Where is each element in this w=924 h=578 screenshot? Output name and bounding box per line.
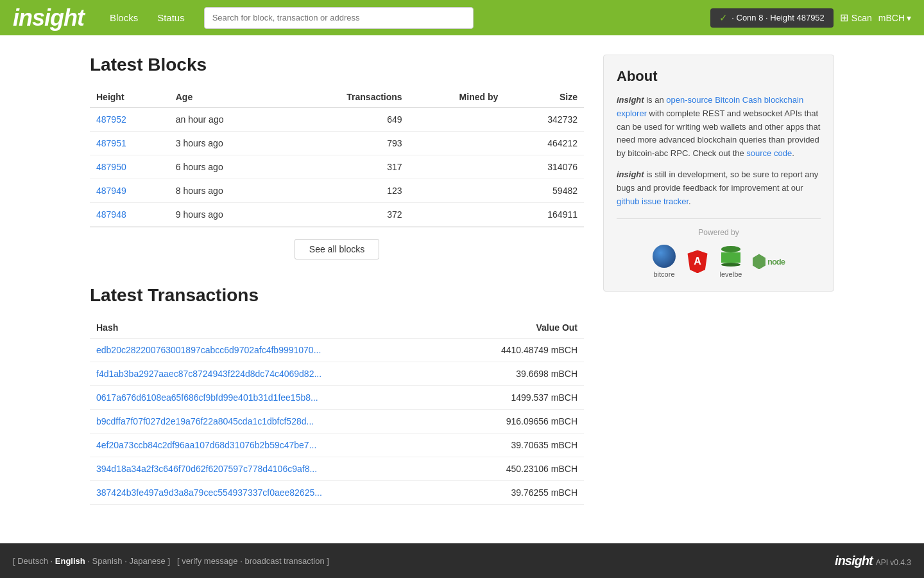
tx-hash-cell: edb20c282200763001897cabcc6d9702afc4fb99… [90, 338, 449, 362]
about-paragraph-2: insight is still in development, so be s… [617, 168, 821, 208]
tx-value-cell: 4410.48749 mBCH [449, 338, 584, 362]
block-transactions-cell: 317 [282, 155, 408, 179]
table-row: b9cdffa7f07f027d2e19a76f22a8045cda1c1dbf… [90, 410, 584, 434]
brand-logo: insight [13, 4, 84, 31]
tx-hash-link[interactable]: 0617a676d6108ea65f686cf9bfd99e401b31d1fe… [96, 392, 318, 403]
chevron-down-icon: ▾ [907, 13, 911, 23]
table-row: edb20c282200763001897cabcc6d9702afc4fb99… [90, 338, 584, 362]
qr-icon: ⊞ [840, 12, 848, 24]
nav-status[interactable]: Status [157, 12, 185, 23]
table-row: f4d1ab3ba2927aaec87c8724943f224d8dc74c40… [90, 362, 584, 386]
table-row: 487949 8 hours ago 123 59482 [90, 179, 584, 203]
block-size-cell: 314076 [504, 155, 584, 179]
scan-label: Scan [851, 13, 872, 23]
about-box: About insight is an open-source Bitcoin … [603, 55, 834, 292]
leveldb-label: levelbe [720, 270, 742, 278]
bitcore-icon [653, 245, 676, 268]
block-height-cell: 487949 [90, 179, 169, 203]
tx-hash-cell: 394d18a34a2f3c646f70d62f6207597c778d4106… [90, 457, 449, 481]
lang-japanese[interactable]: Japanese [129, 556, 165, 566]
block-height-cell: 487948 [90, 203, 169, 227]
lang-deutsch[interactable]: Deutsch [17, 556, 48, 566]
block-height-link[interactable]: 487951 [96, 138, 126, 148]
about-brand-1: insight [617, 95, 644, 105]
table-row: 487950 6 hours ago 317 314076 [90, 155, 584, 179]
logo-bitcore: bitcore [653, 245, 676, 278]
tx-hash-link[interactable]: 387424b3fe497a9d3a8a79cec554937337cf0aee… [96, 487, 322, 498]
footer-left: [ Deutsch · English · Spanish · Japanese… [13, 556, 329, 566]
tx-hash-cell: f4d1ab3ba2927aaec87c8724943f224d8dc74c40… [90, 362, 449, 386]
col-mined-by: Mined by [409, 87, 505, 108]
table-row: 487951 3 hours ago 793 464212 [90, 132, 584, 155]
broadcast-tx-link[interactable]: broadcast transaction [244, 556, 324, 566]
footer-bracket-close-2: ] [327, 556, 329, 566]
tx-hash-cell: 0617a676d6108ea65f686cf9bfd99e401b31d1fe… [90, 386, 449, 410]
block-age-cell: 3 hours ago [169, 132, 282, 155]
source-code-link[interactable]: source code [746, 148, 792, 158]
tx-value-cell: 1499.537 mBCH [449, 386, 584, 410]
block-size-cell: 59482 [504, 179, 584, 203]
tx-value-cell: 916.09656 mBCH [449, 410, 584, 434]
logo-nodejs: node [753, 252, 785, 270]
block-height-link[interactable]: 487948 [96, 209, 126, 220]
nav-blocks[interactable]: Blocks [110, 12, 138, 23]
search-input[interactable] [204, 7, 474, 29]
angular-icon: A [686, 250, 709, 273]
table-row: 487948 9 hours ago 372 164911 [90, 203, 584, 227]
table-row: 394d18a34a2f3c646f70d62f6207597c778d4106… [90, 457, 584, 481]
conn-badge: ✓ · Conn 8 · Height 487952 [710, 8, 834, 28]
tx-hash-link[interactable]: 4ef20a73ccb84c2df96aa107d68d31076b2b59c4… [96, 440, 316, 450]
lang-english[interactable]: English [55, 556, 85, 566]
block-height-link[interactable]: 487952 [96, 114, 126, 125]
block-age-cell: 6 hours ago [169, 155, 282, 179]
block-height-link[interactable]: 487949 [96, 186, 126, 196]
currency-dropdown[interactable]: mBCH ▾ [878, 13, 911, 23]
block-mined-by-cell [409, 203, 505, 227]
tx-value-cell: 39.6698 mBCH [449, 362, 584, 386]
blockchain-explorer-link[interactable]: open-source Bitcoin Cash blockchain expl… [617, 95, 803, 118]
tx-hash-link[interactable]: 394d18a34a2f3c646f70d62f6207597c778d4106… [96, 464, 317, 474]
block-height-cell: 487951 [90, 132, 169, 155]
footer-right: insight API v0.4.3 [835, 554, 911, 568]
block-height-link[interactable]: 487950 [96, 162, 126, 172]
powered-by-label: Powered by [617, 228, 821, 237]
powered-by-section: Powered by bitcore A [617, 218, 821, 278]
block-transactions-cell: 123 [282, 179, 408, 203]
blocks-table: Height Age Transactions Mined by Size 48… [90, 87, 584, 227]
table-row: 4ef20a73ccb84c2df96aa107d68d31076b2b59c4… [90, 434, 584, 457]
about-title: About [617, 68, 821, 85]
scan-button[interactable]: ⊞ Scan [840, 12, 872, 24]
block-height-cell: 487952 [90, 108, 169, 132]
tx-hash-link[interactable]: edb20c282200763001897cabcc6d9702afc4fb99… [96, 345, 321, 355]
block-age-cell: 8 hours ago [169, 179, 282, 203]
github-tracker-link[interactable]: github issue tracker [617, 197, 689, 206]
col-height: Height [90, 87, 169, 108]
tx-value-cell: 39.76255 mBCH [449, 481, 584, 505]
block-mined-by-cell [409, 132, 505, 155]
col-hash: Hash [90, 317, 449, 338]
about-paragraph-1: insight is an open-source Bitcoin Cash b… [617, 94, 821, 161]
tx-hash-link[interactable]: f4d1ab3ba2927aaec87c8724943f224d8dc74c40… [96, 369, 321, 379]
col-size: Size [504, 87, 584, 108]
block-transactions-cell: 793 [282, 132, 408, 155]
col-transactions: Transactions [282, 87, 408, 108]
footer-brand: insight [835, 554, 873, 568]
block-transactions-cell: 649 [282, 108, 408, 132]
block-transactions-cell: 372 [282, 203, 408, 227]
see-all-wrapper: See all blocks [90, 227, 584, 266]
verify-message-link[interactable]: verify message [182, 556, 237, 566]
see-all-blocks-button[interactable]: See all blocks [295, 239, 379, 259]
tx-hash-link[interactable]: b9cdffa7f07f027d2e19a76f22a8045cda1c1dbf… [96, 416, 314, 426]
table-row: 387424b3fe497a9d3a8a79cec554937337cf0aee… [90, 481, 584, 505]
block-age-cell: 9 hours ago [169, 203, 282, 227]
currency-label: mBCH [878, 13, 905, 23]
powered-logos: bitcore A levelbe [617, 245, 821, 278]
check-icon: ✓ [719, 12, 728, 24]
conn-label: · Conn 8 · Height 487952 [732, 13, 825, 22]
tx-hash-cell: b9cdffa7f07f027d2e19a76f22a8045cda1c1dbf… [90, 410, 449, 434]
sidebar: About insight is an open-source Bitcoin … [603, 55, 834, 505]
lang-spanish[interactable]: Spanish [92, 556, 123, 566]
block-mined-by-cell [409, 179, 505, 203]
logo-angular: A [686, 250, 709, 273]
navbar: insight Blocks Status ✓ · Conn 8 · Heigh… [0, 0, 924, 35]
